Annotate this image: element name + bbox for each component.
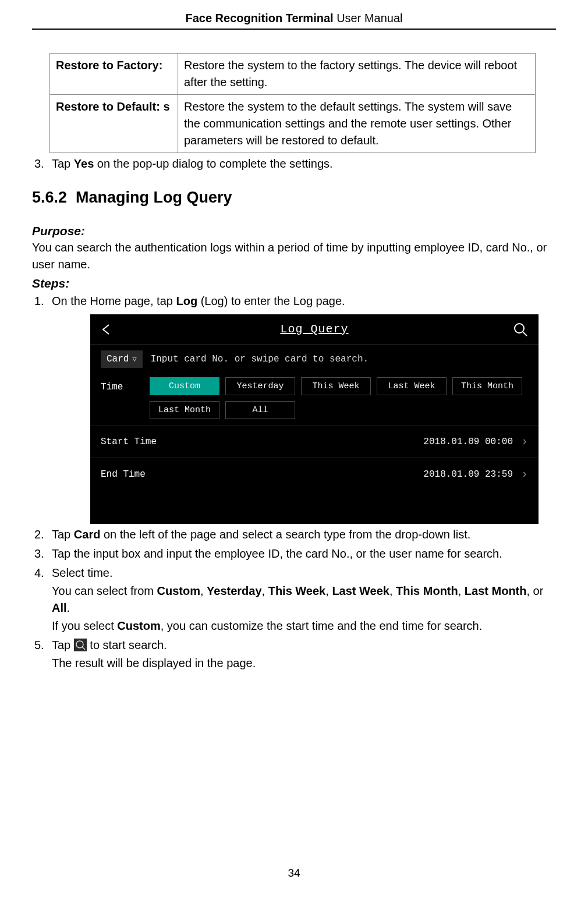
list-item-4: 4. Select time.: [32, 565, 556, 582]
svg-point-0: [515, 324, 524, 333]
chevron-right-icon: ›: [521, 467, 528, 481]
search-type-dropdown[interactable]: Card ▽: [101, 350, 143, 368]
step4-sub2: If you select Custom, you can customize …: [52, 618, 556, 634]
screenshot-header: Log Query: [90, 314, 539, 345]
restore-default-desc: Restore the system to the default settin…: [178, 95, 536, 153]
chevron-right-icon: ›: [521, 435, 528, 448]
restore-factory-desc: Restore the system to the factory settin…: [178, 54, 536, 95]
start-time-value: 2018.01.09 00:00: [423, 437, 513, 447]
time-chip-this-month[interactable]: This Month: [452, 377, 522, 395]
time-chip-yesterday[interactable]: Yesterday: [225, 377, 295, 395]
list-item-5: 5. Tap to start search.: [32, 637, 556, 654]
purpose-text: You can search the authentication logs w…: [32, 239, 556, 273]
screenshot-title: Log Query: [116, 322, 513, 336]
table-row: Restore to Default: s Restore the system…: [50, 95, 536, 153]
table-row: Restore to Factory: Restore the system t…: [50, 54, 536, 95]
step5-sub: The result will be displayed in the page…: [52, 655, 556, 672]
list-item-1: 1. On the Home page, tap Log (Log) to en…: [32, 293, 556, 310]
section-heading: 5.6.2 Managing Log Query: [32, 189, 556, 207]
end-time-value: 2018.01.09 23:59: [423, 469, 513, 480]
step4-sub1: You can select from Custom, Yesterday, T…: [52, 583, 556, 616]
list-item-3-top: 3. Tap Yes on the pop-up dialog to compl…: [32, 155, 556, 172]
search-icon[interactable]: [513, 322, 528, 337]
steps-label: Steps:: [32, 276, 556, 290]
header-title-bold: Face Recognition Terminal: [185, 12, 333, 24]
log-query-screenshot: Log Query Card ▽ Input card No. or swipe…: [90, 314, 539, 524]
time-chip-custom[interactable]: Custom: [150, 377, 219, 395]
restore-factory-label: Restore to Factory:: [50, 54, 178, 95]
purpose-label: Purpose:: [32, 224, 556, 238]
restore-table: Restore to Factory: Restore the system t…: [49, 53, 536, 153]
end-time-label: End Time: [101, 469, 146, 480]
search-input[interactable]: Input card No. or swipe card to search.: [151, 354, 369, 364]
time-label: Time: [101, 377, 141, 392]
restore-default-label: Restore to Default: s: [50, 95, 178, 153]
time-filter-row: Time CustomYesterdayThis WeekLast WeekTh…: [90, 374, 539, 425]
time-chip-this-week[interactable]: This Week: [301, 377, 371, 395]
chevron-down-icon: ▽: [132, 355, 136, 364]
back-arrow-icon[interactable]: [101, 324, 116, 335]
search-icon: [74, 639, 87, 651]
time-chip-all[interactable]: All: [225, 401, 295, 419]
time-chip-last-month[interactable]: Last Month: [150, 401, 219, 419]
start-time-label: Start Time: [101, 437, 157, 447]
end-time-field[interactable]: End Time 2018.01.09 23:59 ›: [90, 458, 539, 490]
time-chip-last-week[interactable]: Last Week: [377, 377, 447, 395]
svg-line-1: [523, 332, 527, 336]
header-title-rest: User Manual: [334, 12, 403, 24]
start-time-field[interactable]: Start Time 2018.01.09 00:00 ›: [90, 425, 539, 458]
page-header: Face Recognition Terminal User Manual: [32, 12, 556, 30]
list-item-2: 2. Tap Card on the left of the page and …: [32, 526, 556, 543]
svg-line-3: [82, 647, 85, 650]
list-item-3: 3. Tap the input box and input the emplo…: [32, 545, 556, 562]
page-number: 34: [0, 867, 588, 880]
search-row: Card ▽ Input card No. or swipe card to s…: [90, 345, 539, 374]
time-chips: CustomYesterdayThis WeekLast WeekThis Mo…: [150, 377, 528, 419]
